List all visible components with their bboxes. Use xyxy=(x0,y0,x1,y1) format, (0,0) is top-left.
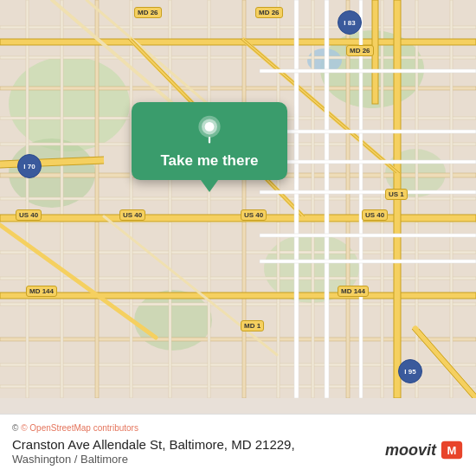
svg-rect-16 xyxy=(0,251,476,254)
svg-rect-35 xyxy=(0,215,476,222)
svg-rect-64 xyxy=(260,260,476,263)
svg-rect-58 xyxy=(359,0,363,398)
svg-rect-22 xyxy=(26,0,29,398)
popup-label: Take me there xyxy=(160,152,258,170)
badge-us40-2: US 40 xyxy=(119,209,145,221)
svg-rect-18 xyxy=(0,303,476,306)
badge-i70: I 70 xyxy=(17,154,42,178)
badge-us1: US 1 xyxy=(385,189,408,200)
copyright-text: © © OpenStreetMap contributors xyxy=(12,423,464,433)
svg-text:M: M xyxy=(447,444,457,457)
osm-link[interactable]: © OpenStreetMap contributors xyxy=(21,423,138,433)
svg-rect-10 xyxy=(0,87,476,90)
badge-md144-2: MD 144 xyxy=(338,286,369,297)
moovit-logo[interactable]: moovit M xyxy=(385,438,464,462)
svg-rect-32 xyxy=(381,0,383,398)
svg-rect-56 xyxy=(294,0,299,398)
svg-rect-34 xyxy=(450,0,453,398)
location-pin-icon xyxy=(194,114,225,145)
popup-balloon[interactable]: Take me there xyxy=(132,102,287,180)
svg-rect-29 xyxy=(277,0,280,398)
svg-rect-27 xyxy=(208,0,210,398)
svg-rect-30 xyxy=(312,0,314,398)
badge-md1: MD 1 xyxy=(241,320,264,331)
svg-rect-57 xyxy=(325,0,329,398)
svg-rect-37 xyxy=(0,39,476,45)
badge-i95: I 95 xyxy=(398,359,422,383)
badge-md26-3: MD 26 xyxy=(346,45,374,56)
svg-rect-62 xyxy=(260,190,476,194)
info-bar: © © OpenStreetMap contributors Cranston … xyxy=(0,414,476,477)
svg-rect-31 xyxy=(346,0,350,398)
svg-rect-19 xyxy=(0,338,476,341)
badge-us40-1: US 40 xyxy=(16,209,42,221)
svg-rect-26 xyxy=(169,0,171,398)
svg-rect-24 xyxy=(95,0,99,398)
svg-rect-36 xyxy=(0,293,476,299)
svg-rect-28 xyxy=(242,0,246,398)
svg-rect-21 xyxy=(0,385,476,388)
svg-rect-25 xyxy=(130,0,132,398)
svg-rect-61 xyxy=(260,160,476,164)
svg-rect-33 xyxy=(415,0,418,398)
badge-md26-2: MD 26 xyxy=(255,7,283,18)
map-container: I 83 MD 26 MD 26 MD 26 I 70 US 40 US 40 … xyxy=(0,0,476,476)
badge-i83: I 83 xyxy=(338,10,362,35)
badge-us40-3: US 40 xyxy=(241,209,267,221)
svg-rect-8 xyxy=(0,26,476,29)
moovit-text: moovit xyxy=(385,441,436,460)
svg-rect-23 xyxy=(61,0,63,398)
svg-point-67 xyxy=(205,122,215,132)
badge-us40-4: US 40 xyxy=(362,209,388,221)
badge-md144-1: MD 144 xyxy=(26,286,57,297)
moovit-icon: M xyxy=(440,438,464,462)
svg-rect-60 xyxy=(260,130,476,133)
badge-md26-1: MD 26 xyxy=(134,7,162,18)
svg-rect-59 xyxy=(260,69,476,73)
svg-rect-63 xyxy=(260,234,476,237)
svg-rect-9 xyxy=(0,56,476,59)
